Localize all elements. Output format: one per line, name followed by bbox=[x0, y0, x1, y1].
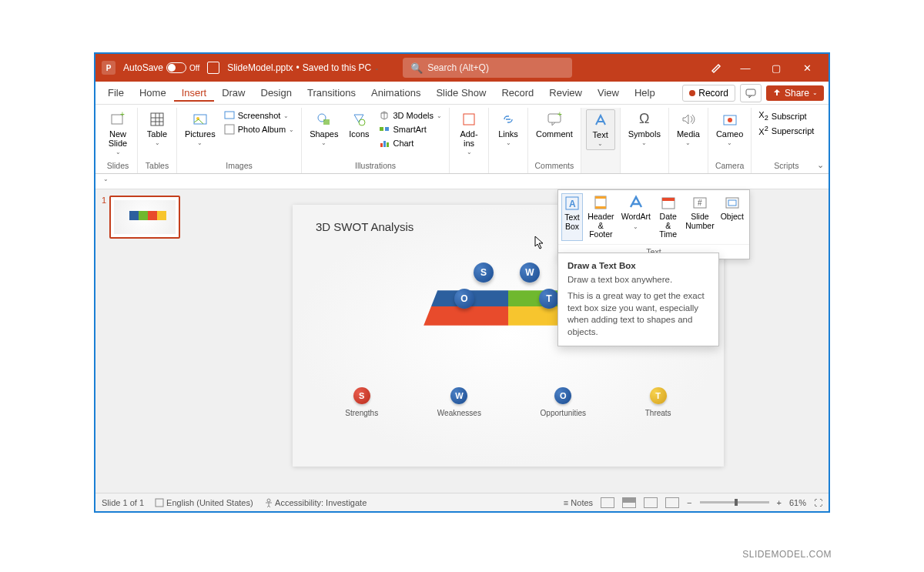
ribbon-group-text: Text⌄ bbox=[581, 108, 621, 173]
tab-file[interactable]: File bbox=[100, 84, 132, 102]
ribbon-group-illustrations: Shapes⌄ Icons 3D Models⌄ SmartArt Chart … bbox=[302, 108, 450, 173]
omega-icon: Ω bbox=[636, 111, 653, 128]
table-button[interactable]: Table⌄ bbox=[142, 109, 172, 149]
filename: SlideModel.pptx bbox=[227, 62, 293, 73]
svg-text:A: A bbox=[569, 199, 576, 209]
close-button[interactable]: ✕ bbox=[792, 55, 822, 80]
addins-button[interactable]: Add- ins⌄ bbox=[454, 109, 484, 158]
tab-record[interactable]: Record bbox=[494, 84, 541, 102]
subscript-icon: X2 bbox=[758, 110, 768, 122]
ribbon-group-camera: Cameo⌄ Camera bbox=[708, 108, 752, 173]
maximize-button[interactable]: ▢ bbox=[761, 55, 792, 80]
icons-icon bbox=[350, 111, 367, 128]
tab-review[interactable]: Review bbox=[541, 84, 590, 102]
autosave-state: Off bbox=[189, 64, 199, 72]
reading-view-button[interactable] bbox=[644, 497, 658, 508]
chart-icon bbox=[379, 138, 390, 149]
tab-view[interactable]: View bbox=[590, 84, 627, 102]
search-input[interactable]: 🔍 Search (Alt+Q) bbox=[403, 58, 572, 78]
share-button[interactable]: Share ⌄ bbox=[766, 85, 824, 101]
app-window: P AutoSave Off SlideModel.pptx • Saved t… bbox=[94, 52, 830, 513]
tab-home[interactable]: Home bbox=[132, 84, 174, 102]
link-icon bbox=[500, 111, 517, 128]
language-status[interactable]: English (United States) bbox=[155, 498, 253, 507]
tab-help[interactable]: Help bbox=[627, 84, 663, 102]
smartart-button[interactable]: SmartArt bbox=[377, 123, 444, 135]
object-button[interactable]: Object bbox=[718, 193, 746, 241]
qat-dropdown-icon[interactable]: ⌄ bbox=[103, 176, 109, 187]
minimize-button[interactable]: — bbox=[730, 55, 761, 80]
wordart-button[interactable]: WordArt⌄ bbox=[619, 193, 653, 241]
filename-area[interactable]: SlideModel.pptx • Saved to this PC ⌄ bbox=[227, 62, 380, 73]
tab-transitions[interactable]: Transitions bbox=[300, 84, 363, 102]
svg-rect-17 bbox=[380, 143, 383, 147]
autosave-label: AutoSave bbox=[123, 62, 163, 73]
subscript-button[interactable]: X2Subscript bbox=[756, 109, 816, 122]
zoom-out-button[interactable]: − bbox=[687, 498, 691, 507]
cameo-button[interactable]: Cameo⌄ bbox=[713, 109, 746, 149]
draw-mode-icon[interactable] bbox=[704, 55, 730, 80]
ribbon-group-tables: Table⌄ Tables bbox=[138, 108, 177, 173]
tab-animations[interactable]: Animations bbox=[363, 84, 428, 102]
notes-button[interactable]: ≡ Notes bbox=[564, 498, 593, 507]
slideshow-view-button[interactable] bbox=[665, 497, 679, 508]
new-slide-button[interactable]: + New Slide⌄ bbox=[103, 109, 132, 158]
accessibility-status[interactable]: Accessibility: Investigate bbox=[264, 498, 367, 507]
autosave-toggle[interactable]: AutoSave Off bbox=[123, 62, 199, 73]
toggle-switch-icon[interactable] bbox=[166, 62, 186, 73]
photo-album-button[interactable]: Photo Album⌄ bbox=[222, 123, 296, 135]
svg-rect-18 bbox=[383, 141, 386, 147]
smartart-icon bbox=[379, 124, 390, 135]
svg-rect-8 bbox=[194, 115, 206, 124]
zoom-slider[interactable] bbox=[700, 501, 769, 503]
comment-button[interactable]: +Comment bbox=[533, 109, 576, 140]
shapes-button[interactable]: Shapes⌄ bbox=[306, 109, 341, 149]
fit-to-window-button[interactable]: ⛶ bbox=[814, 498, 822, 507]
save-icon[interactable] bbox=[207, 62, 219, 74]
slide-counter[interactable]: Slide 1 of 1 bbox=[102, 498, 144, 507]
slide-number-button[interactable]: #Slide Number bbox=[683, 193, 716, 241]
svg-rect-13 bbox=[323, 119, 330, 125]
ribbon-group-comments: +Comment Comments bbox=[528, 108, 581, 173]
chart-button[interactable]: Chart bbox=[377, 137, 444, 149]
symbols-button[interactable]: ΩSymbols⌄ bbox=[625, 109, 664, 149]
links-button[interactable]: Links⌄ bbox=[494, 109, 523, 149]
share-icon bbox=[772, 89, 782, 98]
record-button[interactable]: Record bbox=[682, 85, 735, 102]
text-icon bbox=[592, 112, 609, 129]
header-footer-button[interactable]: Header & Footer bbox=[584, 193, 618, 241]
superscript-button[interactable]: X2Superscript bbox=[756, 124, 816, 137]
icons-button[interactable]: Icons bbox=[344, 109, 373, 140]
collapse-ribbon-icon[interactable]: ⌄ bbox=[817, 160, 824, 170]
superscript-icon: X2 bbox=[758, 125, 768, 136]
comment-icon: + bbox=[546, 111, 563, 128]
tab-insert[interactable]: Insert bbox=[174, 84, 215, 102]
titlebar: P AutoSave Off SlideModel.pptx • Saved t… bbox=[95, 54, 829, 82]
chevron-down-icon[interactable]: ⌄ bbox=[374, 65, 380, 72]
chevron-down-icon: ⌄ bbox=[197, 140, 203, 147]
zoom-in-button[interactable]: + bbox=[777, 498, 782, 507]
pictures-button[interactable]: Pictures⌄ bbox=[182, 109, 219, 149]
tab-draw[interactable]: Draw bbox=[214, 84, 253, 102]
date-time-button[interactable]: Date & Time bbox=[654, 193, 681, 241]
tab-slideshow[interactable]: Slide Show bbox=[428, 84, 494, 102]
thumbnail-panel[interactable]: 1 bbox=[95, 189, 188, 493]
3d-models-button[interactable]: 3D Models⌄ bbox=[377, 109, 444, 122]
media-button[interactable]: Media⌄ bbox=[674, 109, 703, 149]
cube-icon bbox=[379, 110, 390, 121]
status-bar: Slide 1 of 1 English (United States) Acc… bbox=[95, 493, 829, 511]
text-button[interactable]: Text⌄ bbox=[586, 109, 615, 150]
save-state: Saved to this PC bbox=[303, 62, 371, 73]
textbox-button[interactable]: AText Box bbox=[561, 193, 583, 241]
slide-thumbnail[interactable] bbox=[109, 196, 180, 239]
normal-view-button[interactable] bbox=[601, 497, 614, 508]
swot-ball-s: S bbox=[474, 263, 494, 283]
zoom-level[interactable]: 61% bbox=[789, 498, 806, 507]
sorter-view-button[interactable] bbox=[622, 497, 636, 508]
tab-design[interactable]: Design bbox=[253, 84, 300, 102]
comments-toggle[interactable] bbox=[740, 84, 762, 102]
chevron-down-icon: ⌄ bbox=[812, 89, 818, 96]
tooltip-body: This is a great way to get the exact tex… bbox=[567, 290, 709, 338]
screenshot-button[interactable]: Screenshot⌄ bbox=[222, 109, 296, 122]
svg-rect-16 bbox=[385, 127, 389, 131]
